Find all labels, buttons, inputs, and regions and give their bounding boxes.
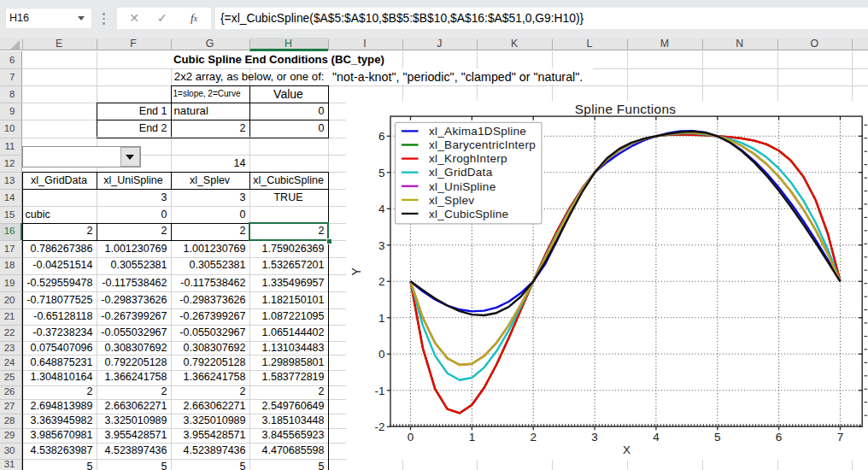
svg-text:2: 2 — [378, 275, 385, 288]
svg-text:xl_GridData: xl_GridData — [429, 166, 493, 179]
svg-text:-2: -2 — [374, 420, 384, 433]
svg-text:5: 5 — [714, 430, 721, 443]
svg-text:3: 3 — [591, 430, 598, 443]
svg-text:xl_BarycentricInterp: xl_BarycentricInterp — [429, 138, 536, 151]
svg-text:1: 1 — [378, 311, 385, 324]
svg-text:Spline Functions: Spline Functions — [574, 102, 675, 116]
svg-text:xl_CubicSpline: xl_CubicSpline — [429, 207, 508, 220]
svg-text:6: 6 — [775, 430, 782, 443]
svg-text:xl_Akima1DSpline: xl_Akima1DSpline — [429, 125, 526, 138]
svg-text:xl_UniSpline: xl_UniSpline — [429, 179, 496, 192]
svg-text:X: X — [622, 444, 630, 456]
svg-text:4: 4 — [653, 430, 660, 443]
svg-text:xl_Splev: xl_Splev — [429, 193, 474, 206]
svg-text:3: 3 — [378, 238, 385, 251]
svg-text:5: 5 — [378, 166, 385, 179]
svg-text:2: 2 — [530, 430, 537, 443]
svg-text:1: 1 — [468, 430, 475, 443]
svg-text:6: 6 — [378, 130, 385, 143]
svg-text:-1: -1 — [374, 384, 384, 397]
svg-text:Y: Y — [349, 267, 363, 275]
svg-text:0: 0 — [378, 348, 385, 361]
svg-text:0: 0 — [407, 430, 413, 443]
svg-text:7: 7 — [836, 430, 843, 443]
svg-text:xl_KroghInterp: xl_KroghInterp — [429, 152, 507, 165]
svg-text:4: 4 — [378, 203, 385, 215]
